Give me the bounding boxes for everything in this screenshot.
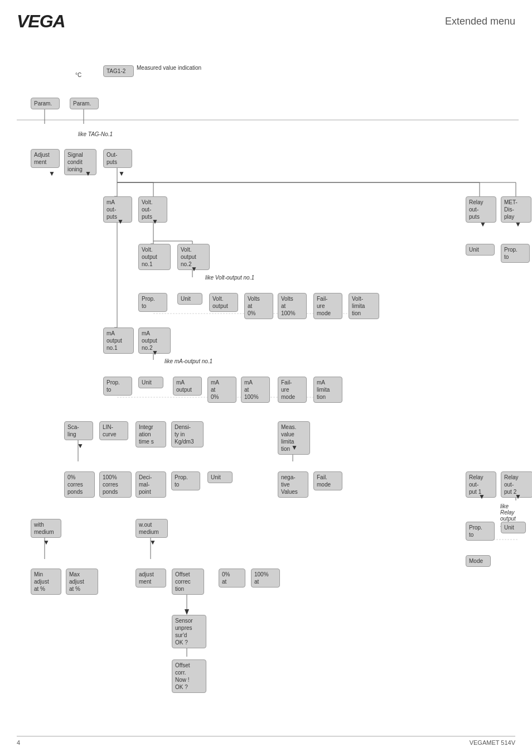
adjust-node: Adjustment — [31, 149, 60, 168]
unit-mA-node: Unit — [138, 377, 163, 388]
celsius-node: °C — [75, 72, 81, 78]
hundred-corres-node: 100%corresponds — [99, 471, 132, 498]
tag1-2-label: TAG1-2 — [107, 68, 125, 74]
fail-mode-v-node: Fail-uremode — [313, 293, 342, 319]
prop-to-sc-node: Prop.to — [171, 471, 200, 490]
param1-node: Param. — [31, 98, 60, 109]
mA-at-0-node: mAat0% — [207, 377, 236, 403]
met-display-label: MET-Dis-play — [504, 199, 518, 220]
negative-values-node: nega-tiveValues — [278, 471, 308, 498]
like-tag-label: like TAG-No.1 — [78, 131, 113, 137]
mA-out-no1-node: mAoutputno.1 — [103, 328, 134, 354]
unit-r-node: Unit — [501, 522, 526, 533]
svg-marker-17 — [185, 609, 189, 615]
volt-outputs-label: Volt.out-puts — [142, 199, 152, 220]
adjust-label: Adjustment — [34, 152, 50, 165]
lin-curve-node: LIN-curve — [99, 421, 128, 440]
integration-node: Integrationtime s — [136, 421, 166, 447]
prop-to-r-node: Prop.to — [466, 522, 495, 541]
relay-arrow: ▼ — [480, 220, 486, 228]
unit-met-label: Unit — [469, 247, 479, 253]
relay-out2-arrow: ▼ — [515, 493, 521, 500]
prop-met-node: Prop.to — [501, 244, 530, 263]
celsius-label: °C — [75, 72, 81, 78]
tag1-2-node: TAG1-2 — [103, 65, 134, 77]
met-display-node: MET-Dis-play — [501, 196, 531, 223]
with-medium-arrow: ▼ — [43, 538, 50, 546]
mA-no2-arrow: ▼ — [152, 349, 158, 357]
header: VEGA Extended menu — [17, 11, 515, 32]
like-mA-text: like mA-output no.1 — [165, 358, 212, 364]
outputs-arrow: ▼ — [118, 170, 125, 177]
w-out-medium-arrow: ▼ — [149, 538, 156, 546]
volt-out-no1-node: Volt.outputno.1 — [138, 244, 171, 270]
min-adjust-node: Minadjustat % — [31, 569, 61, 595]
mA-limitation-node: mAlimitation — [313, 377, 342, 403]
volt-limitation-node: Volt-limitation — [349, 293, 379, 319]
meas-arrow: ▼ — [291, 444, 298, 451]
mA-output-node: mAoutput — [173, 377, 202, 396]
measured-value-label: Measured value indication — [137, 65, 201, 71]
decimal-pt-node: Deci-mal-point — [136, 471, 166, 498]
volt-out-no2-label: Volt.outputno.2 — [181, 247, 196, 267]
with-medium-node: withmedium — [31, 519, 61, 538]
footer: 4 VEGAMET 514V — [17, 736, 515, 746]
zero-corres-node: 0%corresponds — [64, 471, 95, 498]
relay-outputs-label: Relayout-puts — [469, 199, 483, 220]
mA-outputs-label: mAout-puts — [107, 199, 117, 220]
prop-to-mA-node: Prop.to — [103, 377, 132, 396]
signal-cond-label: Signalconditioning — [67, 152, 83, 172]
volt-out-no1-label: Volt.outputno.1 — [142, 247, 157, 267]
signal-cond-node: Signalconditioning — [64, 149, 96, 175]
param2-node: Param. — [70, 98, 99, 109]
volt-outputs-arrow: ▼ — [152, 218, 158, 225]
volt-output-node: Volt.output — [209, 293, 238, 312]
volts-100-node: Voltsat100% — [278, 293, 307, 319]
density-node: Densi-ty inKg/dm3 — [171, 421, 204, 447]
scaling-node: Sca-ling — [64, 421, 93, 440]
like-tag-text: like TAG-No.1 — [78, 131, 113, 137]
fail-mode-sc-node: Fail.mode — [313, 471, 342, 490]
prop-met-label: Prop.to — [504, 247, 518, 260]
unit-sc-node: Unit — [207, 471, 233, 483]
mode-r-node: Mode — [466, 555, 491, 567]
signal-arrow: ▼ — [85, 170, 91, 177]
relay-outputs-node: Relayout-puts — [466, 196, 496, 223]
diagram: TAG1-2 Measured value indication °C Para… — [17, 37, 519, 735]
page-title: Extended menu — [445, 16, 515, 27]
measured-value-text: Measured value indication — [137, 64, 201, 72]
adjust-arrow: ▼ — [49, 170, 55, 177]
zero-at-node: 0%at — [219, 569, 245, 588]
offset-corr-node: Offsetcorr.Now !OK ? — [172, 659, 206, 693]
w-out-medium-node: w.outmedium — [136, 519, 168, 538]
prop-to-v-node: Prop.to — [138, 293, 167, 312]
page: VEGA Extended menu — [0, 0, 532, 756]
fail-mode-mA-node: Fail-uremode — [278, 377, 307, 403]
logo: VEGA — [17, 11, 65, 32]
param2-label: Param. — [73, 100, 91, 107]
mA-outputs-arrow: ▼ — [117, 218, 124, 225]
sensor-unpres-node: Sensorunpressur'dOK ? — [172, 615, 206, 648]
met-arrow: ▼ — [515, 220, 521, 228]
max-adjust-node: Maxadjustat % — [66, 569, 98, 595]
hundred-at-node: 100%at — [251, 569, 280, 588]
like-volt-text: like Volt-output no.1 — [205, 275, 254, 281]
param1-label: Param. — [34, 100, 52, 107]
relay-out1-arrow: ▼ — [478, 493, 485, 500]
page-number: 4 — [17, 739, 20, 746]
scaling-arrow: ▼ — [77, 442, 84, 450]
outputs-node: Out-puts — [103, 149, 132, 168]
product-name: VEGAMET 514V — [470, 739, 515, 746]
unit-met-node: Unit — [466, 244, 495, 256]
volt-no2-arrow: ▼ — [191, 265, 197, 273]
unit-v-node: Unit — [177, 293, 202, 305]
adjustment-node: adjustment — [136, 569, 166, 588]
offset-correction-node: Offsetcorrection — [172, 569, 204, 595]
volts-0-node: Voltsat0% — [244, 293, 273, 319]
outputs-label: Out-puts — [107, 152, 117, 165]
mA-at-100-node: mAat100% — [241, 377, 270, 403]
